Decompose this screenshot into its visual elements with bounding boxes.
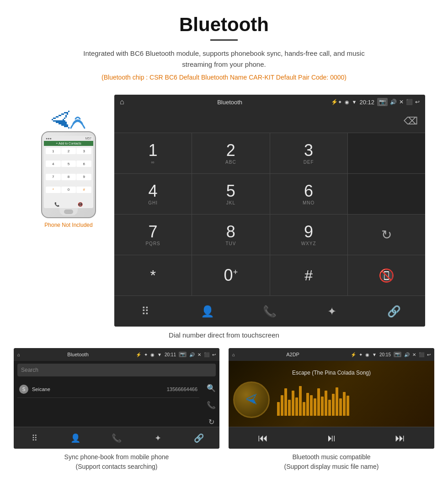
nav-settings-icon[interactable]: 🔗 [387,305,401,318]
visualizer-bar [317,388,320,416]
bottom-nav-bar: ⠿ 👤 📞 ✦ 🔗 [114,295,425,327]
music-home-icon[interactable]: ⌂ [232,352,235,357]
phone-mockup: ●●●M57 + Add to Contacts 123 456 789 * 0… [41,131,96,218]
pb-status-bar: ⌂ Bluetooth ⚡ ✦ ◉ ▼ 20:11 📷 🔊 ✕ ⬛ ↩ [14,348,219,361]
visualizer-bar [321,397,324,416]
visualizer-bar [339,398,342,416]
pb-bt-icon: ✦ [144,352,148,357]
visualizer-bar [306,393,309,416]
nav-contacts-icon[interactable]: 👤 [201,305,214,318]
key-call-end[interactable]: 📵 [348,255,425,295]
nav-bluetooth-icon[interactable]: ✦ [327,305,336,318]
phonebook-caption: Sync phone-book from mobile phone(Suppor… [64,452,169,472]
location-icon: ◉ [345,99,349,105]
key-1[interactable]: 1 ∞ [114,133,192,173]
pb-contact-name: Seicane [32,386,167,392]
pb-search-side-icon[interactable]: 🔍 [207,384,216,392]
visualizer-bar [314,398,316,416]
visualizer-bar [284,388,287,416]
visualizer-bar [295,397,298,416]
pb-nav-contacts[interactable]: 👤 [70,433,80,443]
pb-contact-number: 13566664466 [167,386,197,392]
music-loc-icon: ◉ [365,352,369,357]
music-back-icon[interactable]: ↩ [427,352,431,357]
pb-loc-icon: ◉ [150,352,155,357]
phone-screen: ●●●M57 + Add to Contacts 123 456 789 * 0… [44,136,93,208]
pb-x-icon[interactable]: ✕ [197,352,201,357]
pb-refresh-side-icon[interactable]: ↻ [208,418,214,426]
pb-call-side-icon[interactable]: 📞 [207,401,216,409]
usb-icon: ⚡ [331,99,338,105]
music-x-icon[interactable]: ✕ [412,352,416,357]
music-controls: ⏮ ⏯ ⏭ [229,427,434,449]
key-empty-2 [348,174,425,214]
pb-nav-link[interactable]: 🔗 [194,433,204,443]
music-camera-icon[interactable]: 📷 [394,352,401,357]
music-fs-icon[interactable]: ⬛ [419,352,424,357]
pb-search-bar[interactable]: Search [17,364,216,376]
prev-track-button[interactable]: ⏮ [258,432,268,444]
key-6[interactable]: 6 MNO [270,174,347,214]
key-4[interactable]: 4 GHI [114,174,192,214]
pb-contact-letter: S [19,385,28,394]
music-vol-icon[interactable]: 🔊 [404,352,410,357]
pb-back-icon[interactable]: ↩ [212,352,216,357]
key-0[interactable]: 0+ [192,255,269,295]
visualizer-bar [299,386,302,416]
pb-search-placeholder: Search [21,367,38,373]
info-line: (Bluetooth chip : CSR BC6 Default Blueto… [0,74,448,81]
camera-icon[interactable]: 📷 [377,98,388,106]
pb-usb-icon: ⚡ [136,352,141,357]
key-5[interactable]: 5 JKL [192,174,269,214]
key-hash[interactable]: # [270,255,347,295]
pb-contact-list: S Seicane 13566664466 [14,379,203,427]
fullscreen-icon[interactable]: ⬛ [406,99,413,105]
dial-display: ⌫ [114,109,425,133]
status-title: Bluetooth [129,99,331,106]
play-pause-button[interactable]: ⏯ [326,432,336,444]
volume-icon[interactable]: 🔊 [390,99,397,105]
nav-keypad-icon[interactable]: ⠿ [141,305,149,318]
key-2[interactable]: 2 ABC [192,133,269,173]
nav-phone-icon[interactable]: 📞 [263,305,277,318]
pb-home-icon[interactable]: ⌂ [17,352,20,357]
visualizer-bar [288,400,291,416]
key-9[interactable]: 9 WXYZ [270,215,347,255]
album-art: ⮘ [233,381,270,418]
back-icon[interactable]: ↩ [415,99,420,105]
next-track-button[interactable]: ⏭ [395,432,405,444]
home-icon[interactable]: ⌂ [120,98,124,106]
visualizer-bar [277,402,280,416]
key-refresh[interactable]: ↻ [348,215,425,255]
android-dial-screen: ⌂ Bluetooth ⚡ ✦ ◉ ▼ 20:12 📷 🔊 ✕ ⬛ ↩ ⌫ [114,95,425,327]
music-item: ⌂ A2DP ⚡ ✦ ◉ ▼ 20:15 📷 🔊 ✕ ⬛ ↩ Escape (T… [229,348,434,472]
key-8[interactable]: 8 TUV [192,215,269,255]
music-screenshot: ⌂ A2DP ⚡ ✦ ◉ ▼ 20:15 📷 🔊 ✕ ⬛ ↩ Escape (T… [229,348,434,449]
visualizer-bar [292,391,294,416]
pb-fs-icon[interactable]: ⬛ [204,352,209,357]
music-caption: Bluetooth music compatible(Support displ… [284,452,379,472]
music-song-title: Escape (The Pina Colada Song) [292,370,371,376]
pb-nav-bt[interactable]: ✦ [155,433,161,443]
pb-nav-phone[interactable]: 📞 [112,433,122,443]
backspace-button[interactable]: ⌫ [404,115,418,127]
pb-camera-icon[interactable]: 📷 [179,352,187,357]
pb-wifi-icon: ▼ [157,352,162,357]
title-divider [210,39,238,41]
key-7[interactable]: 7 PQRS [114,215,192,255]
key-star[interactable]: * [114,255,192,295]
status-icons: ✦ ◉ ▼ [338,99,357,105]
visualizer-bar [328,400,331,416]
pb-contact-row[interactable]: S Seicane 13566664466 [17,381,199,398]
pb-vol-icon[interactable]: 🔊 [189,352,195,357]
phone-home-button [64,209,73,214]
visualizer-bar [347,396,349,416]
pb-nav-keypad[interactable]: ⠿ [32,433,37,443]
key-empty-1 [348,133,425,173]
status-bar: ⌂ Bluetooth ⚡ ✦ ◉ ▼ 20:12 📷 🔊 ✕ ⬛ ↩ [114,95,425,109]
music-wifi-icon: ▼ [372,352,377,357]
key-3[interactable]: 3 DEF [270,133,347,173]
phone-illustration: ⮘ ●●●M57 + Add to Contacts 123 456 [23,95,114,228]
close-icon[interactable]: ✕ [399,99,404,105]
music-time: 20:15 [379,352,391,357]
